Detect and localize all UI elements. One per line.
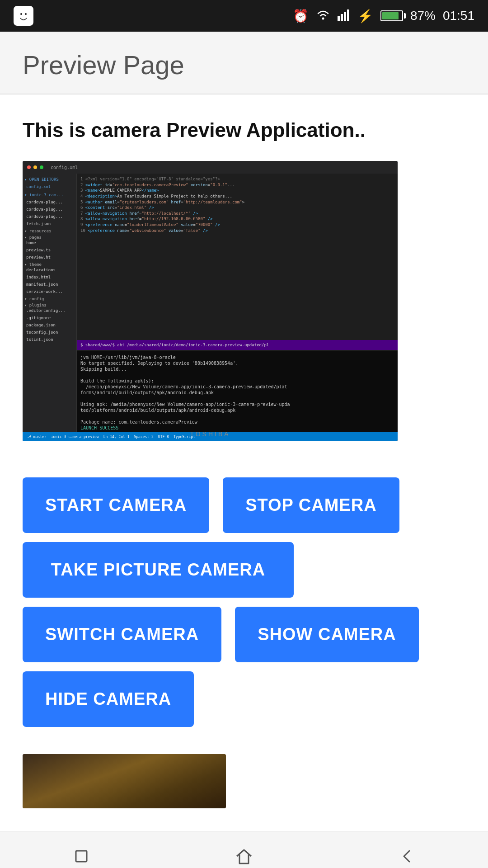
svg-rect-7 (341, 14, 343, 21)
button-row-3: SWITCH CAMERA SHOW CAMERA (23, 607, 465, 662)
svg-rect-8 (344, 12, 346, 21)
svg-rect-10 (76, 851, 87, 862)
svg-point-1 (20, 13, 22, 15)
nav-square-button[interactable] (69, 844, 94, 868)
page-description: This is camera Preview Application.. (23, 117, 465, 143)
camera-preview-image: config.xml ▾ OPEN EDITORS config.xml ▾ i… (23, 161, 398, 441)
header: Preview Page (0, 32, 488, 94)
button-row-1: START CAMERA STOP CAMERA (23, 477, 465, 533)
svg-point-0 (18, 10, 29, 20)
switch-camera-button[interactable]: SWITCH CAMERA (23, 607, 221, 662)
page-title: Preview Page (23, 50, 465, 80)
app-icon (14, 6, 33, 26)
stop-camera-button[interactable]: STOP CAMERA (223, 477, 399, 533)
buttons-section: START CAMERA STOP CAMERA TAKE PICTURE CA… (23, 477, 465, 727)
nav-back-button[interactable] (394, 844, 419, 868)
svg-point-5 (322, 17, 324, 19)
svg-point-2 (25, 13, 27, 15)
toshiba-label: TOSHIBA (190, 430, 230, 438)
signal-icon (338, 8, 350, 24)
wifi-icon (316, 8, 330, 24)
nav-home-button[interactable] (232, 844, 257, 868)
hide-camera-button[interactable]: HIDE CAMERA (23, 671, 194, 727)
status-bar-left (14, 6, 33, 26)
take-picture-button[interactable]: TAKE PICTURE CAMERA (23, 542, 294, 598)
clock: 01:51 (443, 9, 474, 23)
button-row-2: TAKE PICTURE CAMERA (23, 542, 465, 598)
battery-percentage: 87% (410, 9, 436, 23)
main-content: This is camera Preview Application.. con… (0, 94, 488, 831)
button-row-4: HIDE CAMERA (23, 671, 465, 727)
navigation-bar (0, 831, 488, 868)
alarm-icon: ⏰ (293, 9, 309, 24)
charging-icon: ⚡ (357, 9, 373, 24)
battery-indicator (380, 10, 403, 21)
status-bar-right: ⏰ ⚡ 87% 01:51 (293, 8, 474, 24)
bottom-thumbnail (23, 754, 226, 808)
status-bar: ⏰ ⚡ 87% 01:51 (0, 0, 488, 32)
svg-rect-6 (338, 16, 340, 21)
show-camera-button[interactable]: SHOW CAMERA (235, 607, 419, 662)
svg-rect-9 (347, 9, 349, 21)
start-camera-button[interactable]: START CAMERA (23, 477, 209, 533)
